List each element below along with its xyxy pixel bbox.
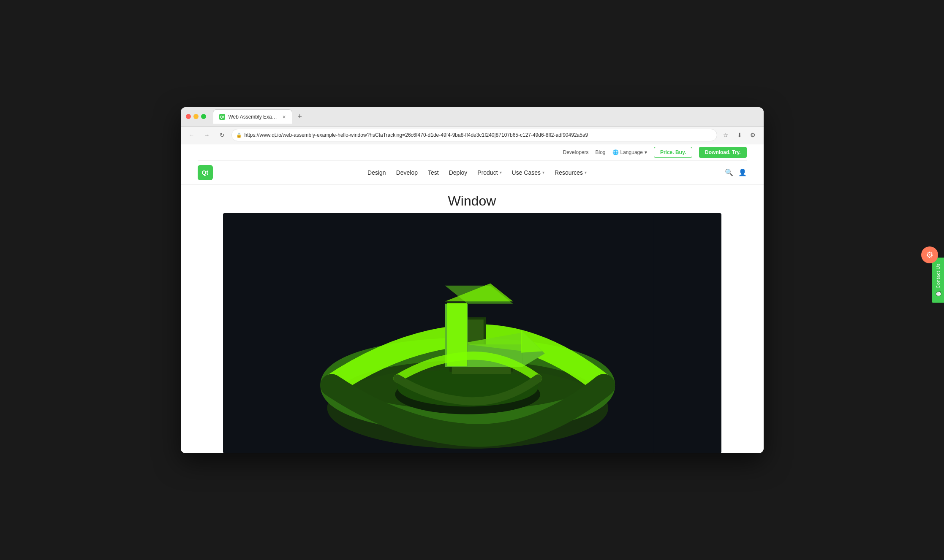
minimize-button[interactable] xyxy=(193,114,199,119)
demo-canvas[interactable] xyxy=(223,213,721,453)
tab-bar: Qt Web Assembly Example - Hello... × + xyxy=(213,109,759,124)
nav-resources-label: Resources xyxy=(555,169,583,176)
tab-favicon: Qt xyxy=(219,114,225,120)
qt-3d-logo-svg xyxy=(223,213,721,453)
developers-link[interactable]: Developers xyxy=(563,149,589,155)
new-tab-button[interactable]: + xyxy=(294,111,306,122)
header-top: Developers Blog 🌐 Language ▾ Price. Buy.… xyxy=(198,144,747,161)
nav-design-label: Design xyxy=(367,169,386,176)
lock-icon: 🔒 xyxy=(236,133,242,138)
nav-use-cases[interactable]: Use Cases ▾ xyxy=(512,169,544,176)
nav-design[interactable]: Design xyxy=(367,169,386,176)
title-bar: Qt Web Assembly Example - Hello... × + xyxy=(181,107,764,127)
tab-close-icon[interactable]: × xyxy=(283,114,286,120)
tab-title: Web Assembly Example - Hello... xyxy=(229,114,279,120)
use-cases-chevron-icon: ▾ xyxy=(542,170,544,175)
nav-develop[interactable]: Develop xyxy=(396,169,418,176)
hubspot-icon: ⚙ xyxy=(926,250,933,260)
contact-us-sidebar[interactable]: 💬 Contact Us xyxy=(932,257,944,303)
search-button[interactable]: 🔍 xyxy=(725,168,733,176)
page-content: Developers Blog 🌐 Language ▾ Price. Buy.… xyxy=(181,144,764,453)
language-label: Language xyxy=(620,149,643,155)
extensions-button[interactable]: ⚙ xyxy=(748,130,759,141)
back-button[interactable]: ← xyxy=(186,129,198,141)
browser-window: Qt Web Assembly Example - Hello... × + ←… xyxy=(181,107,764,453)
download-button[interactable]: ⬇ xyxy=(734,130,745,141)
header-main: Qt Design Develop Test Deploy Pr xyxy=(198,161,747,184)
nav-develop-label: Develop xyxy=(396,169,418,176)
nav-test[interactable]: Test xyxy=(428,169,439,176)
product-chevron-icon: ▾ xyxy=(500,170,502,175)
maximize-button[interactable] xyxy=(201,114,206,119)
address-bar[interactable]: 🔒 https://www.qt.io/web-assembly-example… xyxy=(231,129,717,141)
forward-button[interactable]: → xyxy=(201,129,213,141)
globe-icon: 🌐 xyxy=(612,149,619,155)
traffic-lights xyxy=(186,114,206,119)
nav-product[interactable]: Product ▾ xyxy=(477,169,501,176)
qt-logo[interactable]: Qt xyxy=(198,165,213,180)
language-selector[interactable]: 🌐 Language ▾ xyxy=(612,149,647,155)
nav-test-label: Test xyxy=(428,169,439,176)
url-text: https://www.qt.io/web-assembly-example-h… xyxy=(245,132,588,138)
nav-deploy[interactable]: Deploy xyxy=(449,169,468,176)
close-button[interactable] xyxy=(186,114,191,119)
site-header: Developers Blog 🌐 Language ▾ Price. Buy.… xyxy=(181,144,764,185)
browser-actions: ☆ ⬇ ⚙ xyxy=(721,130,759,141)
nav-product-label: Product xyxy=(477,169,498,176)
resources-chevron-icon: ▾ xyxy=(585,170,587,175)
page-title-area: Window xyxy=(181,185,764,213)
nav-icons: 🔍 👤 xyxy=(725,168,747,176)
bookmark-button[interactable]: ☆ xyxy=(721,130,732,141)
blog-link[interactable]: Blog xyxy=(595,149,605,155)
price-button[interactable]: Price. Buy. xyxy=(654,147,692,158)
browser-controls: ← → ↻ 🔒 https://www.qt.io/web-assembly-e… xyxy=(181,127,764,144)
language-chevron-icon: ▾ xyxy=(645,149,647,155)
chat-icon: 💬 xyxy=(935,291,941,297)
hubspot-button[interactable]: ⚙ xyxy=(921,246,938,263)
contact-us-label: Contact Us xyxy=(936,263,941,288)
page-title: Window xyxy=(181,193,764,209)
nav-use-cases-label: Use Cases xyxy=(512,169,541,176)
main-nav: Design Develop Test Deploy Product ▾ xyxy=(230,169,725,176)
user-account-button[interactable]: 👤 xyxy=(738,168,747,176)
download-button[interactable]: Download. Try. xyxy=(699,147,746,158)
nav-resources[interactable]: Resources ▾ xyxy=(555,169,587,176)
reload-button[interactable]: ↻ xyxy=(216,129,228,141)
nav-deploy-label: Deploy xyxy=(449,169,468,176)
active-tab[interactable]: Qt Web Assembly Example - Hello... × xyxy=(213,109,292,124)
